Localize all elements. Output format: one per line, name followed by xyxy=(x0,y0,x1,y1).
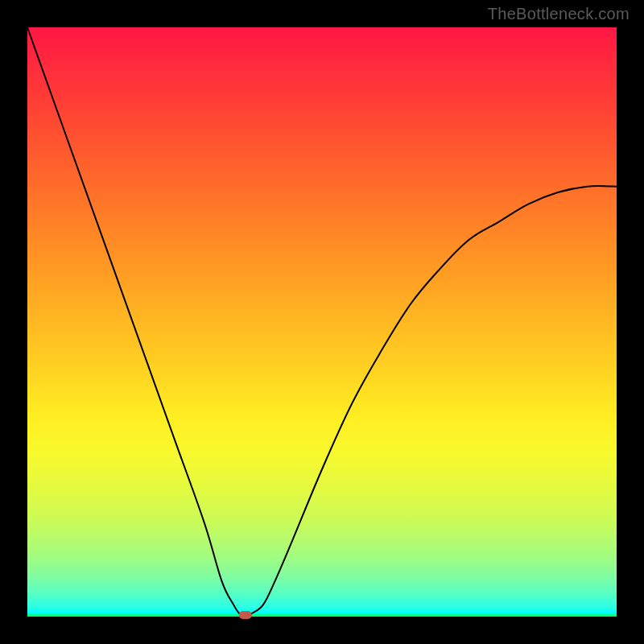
watermark-text: TheBottleneck.com xyxy=(488,5,630,23)
chart-canvas: TheBottleneck.com xyxy=(0,0,644,644)
bottleneck-curve xyxy=(27,27,617,617)
optimum-marker xyxy=(239,611,252,619)
plot-area xyxy=(27,27,617,617)
